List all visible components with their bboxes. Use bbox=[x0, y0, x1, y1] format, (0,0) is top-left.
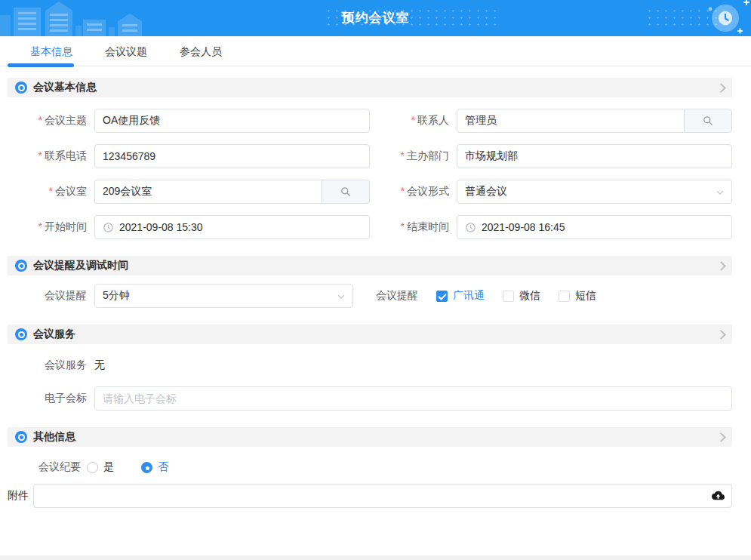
required-mark: * bbox=[411, 114, 415, 126]
required-mark: * bbox=[401, 149, 405, 162]
section-other[interactable]: 其他信息 bbox=[8, 427, 732, 447]
radio-label[interactable]: 否 bbox=[158, 460, 168, 474]
active-tab-indicator bbox=[8, 63, 74, 67]
chevron-right-icon[interactable] bbox=[716, 330, 726, 340]
section-marker-icon bbox=[15, 328, 27, 340]
service-label: 会议服务 bbox=[8, 358, 87, 372]
checkbox-sms[interactable]: 短信 bbox=[559, 289, 596, 303]
department-input[interactable] bbox=[457, 144, 732, 168]
banner-label: 电子会标 bbox=[8, 392, 87, 405]
history-clock-button[interactable] bbox=[712, 5, 739, 32]
end-time-value: 2021-09-08 16:45 bbox=[482, 221, 565, 233]
required-mark: * bbox=[49, 185, 53, 197]
remind-channel-label: 会议提醒 bbox=[376, 289, 430, 303]
contact-label: *联系人 bbox=[370, 114, 449, 128]
section-title: 其他信息 bbox=[33, 430, 75, 444]
contact-search-button[interactable] bbox=[684, 109, 732, 133]
clock-icon bbox=[103, 222, 114, 233]
room-input[interactable] bbox=[94, 180, 322, 204]
chevron-right-icon[interactable] bbox=[716, 432, 726, 442]
required-mark: * bbox=[401, 185, 405, 197]
start-time-value: 2021-09-08 15:30 bbox=[119, 221, 203, 233]
radio-no[interactable]: 否 bbox=[141, 460, 168, 474]
section-basic-info[interactable]: 会议基本信息 bbox=[8, 78, 732, 97]
checkbox-checked-icon[interactable] bbox=[436, 291, 448, 302]
minutes-label: 会议纪要 bbox=[8, 460, 81, 474]
end-time-label: *结束时间 bbox=[370, 220, 449, 234]
radio-label[interactable]: 是 bbox=[103, 460, 114, 474]
attachment-input[interactable] bbox=[33, 484, 732, 508]
section-title: 会议提醒及调试时间 bbox=[33, 259, 128, 272]
start-time-label: *开始时间 bbox=[8, 220, 87, 234]
tab-participants[interactable]: 参会人员 bbox=[180, 37, 222, 66]
chevron-right-icon[interactable] bbox=[716, 261, 726, 271]
tab-bar: 基本信息 会议议题 参会人员 bbox=[0, 36, 751, 66]
required-mark: * bbox=[38, 114, 42, 126]
remind-time-label: 会议提醒 bbox=[8, 289, 87, 303]
checkbox-label[interactable]: 微信 bbox=[519, 289, 540, 303]
required-mark: * bbox=[401, 220, 405, 232]
checkbox-wechat[interactable]: 微信 bbox=[503, 289, 540, 303]
section-marker-icon bbox=[15, 82, 27, 94]
phone-input[interactable] bbox=[94, 144, 370, 168]
section-marker-icon bbox=[15, 260, 27, 272]
checkbox-gxt[interactable]: 广讯通 bbox=[436, 289, 485, 303]
start-time-picker[interactable]: 2021-09-08 15:30 bbox=[94, 215, 370, 239]
format-select-value: 普通会议 bbox=[465, 185, 507, 198]
remind-time-value: 5分钟 bbox=[103, 289, 130, 303]
section-service[interactable]: 会议服务 bbox=[8, 325, 732, 344]
tab-meeting-topics[interactable]: 会议议题 bbox=[105, 37, 147, 66]
clock-icon bbox=[717, 10, 734, 26]
format-label: *会议形式 bbox=[370, 185, 449, 198]
chevron-right-icon[interactable] bbox=[716, 83, 726, 93]
subject-label: *会议主题 bbox=[8, 114, 87, 128]
search-icon bbox=[702, 115, 714, 127]
attachment-label: 附件 bbox=[8, 489, 33, 503]
phone-label: *联系电话 bbox=[8, 149, 87, 163]
chevron-down-icon bbox=[337, 292, 346, 301]
titlebar: 预约会议室 bbox=[0, 0, 751, 36]
section-title: 会议服务 bbox=[33, 328, 75, 341]
contact-input[interactable] bbox=[457, 109, 684, 133]
section-reminder[interactable]: 会议提醒及调试时间 bbox=[8, 256, 732, 275]
tab-basic-info[interactable]: 基本信息 bbox=[30, 37, 72, 66]
checkbox-label[interactable]: 短信 bbox=[575, 289, 596, 303]
clock-icon bbox=[465, 222, 476, 233]
checkbox-unchecked-icon[interactable] bbox=[503, 291, 514, 302]
department-label: *主办部门 bbox=[370, 149, 449, 163]
room-search-button[interactable] bbox=[322, 180, 370, 204]
required-mark: * bbox=[38, 220, 42, 232]
bottom-edge-strip bbox=[0, 555, 751, 560]
banner-input[interactable] bbox=[94, 386, 732, 411]
subject-input[interactable] bbox=[94, 109, 370, 133]
checkbox-label[interactable]: 广讯通 bbox=[453, 289, 485, 303]
search-icon bbox=[340, 186, 352, 198]
service-value: 无 bbox=[94, 358, 105, 372]
chevron-down-icon bbox=[716, 188, 725, 197]
page-title: 预约会议室 bbox=[0, 0, 751, 36]
section-marker-icon bbox=[15, 431, 27, 443]
end-time-picker[interactable]: 2021-09-08 16:45 bbox=[457, 215, 732, 239]
format-select[interactable]: 普通会议 bbox=[457, 180, 732, 204]
checkbox-unchecked-icon[interactable] bbox=[559, 291, 570, 302]
room-label: *会议室 bbox=[8, 185, 87, 198]
required-mark: * bbox=[38, 149, 42, 162]
radio-checked-icon[interactable] bbox=[141, 462, 152, 473]
cloud-upload-icon[interactable] bbox=[712, 490, 725, 501]
remind-time-select[interactable]: 5分钟 bbox=[94, 284, 353, 308]
radio-unchecked-icon[interactable] bbox=[87, 462, 98, 473]
section-title: 会议基本信息 bbox=[33, 81, 97, 94]
radio-yes[interactable]: 是 bbox=[87, 460, 114, 474]
